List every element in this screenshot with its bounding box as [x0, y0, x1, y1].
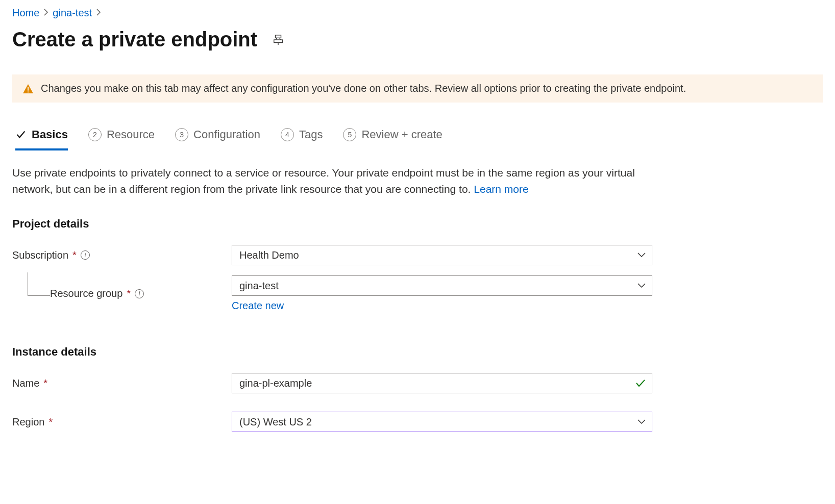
- learn-more-link[interactable]: Learn more: [474, 183, 528, 195]
- svg-rect-1: [274, 40, 283, 43]
- subscription-value: Health Demo: [239, 249, 299, 261]
- required-indicator: *: [48, 416, 53, 428]
- resource-group-select[interactable]: gina-test: [232, 275, 652, 296]
- warning-banner: Changes you make on this tab may affect …: [12, 74, 823, 103]
- tab-label: Review + create: [361, 128, 442, 141]
- description-text: Use private endpoints to privately conne…: [12, 165, 655, 197]
- tree-connector: [28, 272, 50, 296]
- page-title: Create a private endpoint: [12, 28, 257, 51]
- warning-icon: [22, 84, 34, 94]
- section-instance-details: Instance details: [12, 345, 823, 359]
- subscription-select[interactable]: Health Demo: [232, 245, 652, 265]
- tab-label: Basics: [32, 128, 68, 141]
- chevron-right-icon: [96, 9, 101, 18]
- chevron-down-icon: [637, 419, 646, 424]
- warning-text: Changes you make on this tab may affect …: [41, 83, 686, 94]
- chevron-right-icon: [43, 9, 48, 18]
- name-value: gina-pl-example: [239, 377, 312, 389]
- step-number: 5: [343, 128, 356, 141]
- tab-label: Tags: [299, 128, 323, 141]
- required-indicator: *: [43, 377, 47, 389]
- svg-rect-5: [28, 87, 29, 90]
- subscription-label: Subscription * i: [12, 249, 232, 261]
- region-label: Region *: [12, 416, 232, 428]
- breadcrumb: Home gina-test: [12, 5, 823, 28]
- check-icon: [635, 379, 646, 387]
- breadcrumb-gina-test[interactable]: gina-test: [53, 7, 92, 19]
- tab-label: Resource: [107, 128, 155, 141]
- tab-tags[interactable]: 4 Tags: [281, 128, 323, 150]
- info-icon[interactable]: i: [135, 289, 144, 298]
- info-icon[interactable]: i: [81, 250, 90, 260]
- name-input[interactable]: gina-pl-example: [232, 373, 652, 393]
- svg-rect-0: [276, 35, 281, 38]
- tab-review-create[interactable]: 5 Review + create: [343, 128, 442, 150]
- tab-resource[interactable]: 2 Resource: [88, 128, 155, 150]
- step-number: 4: [281, 128, 294, 141]
- name-label: Name *: [12, 377, 232, 389]
- required-indicator: *: [72, 249, 77, 261]
- resource-group-value: gina-test: [239, 280, 279, 292]
- step-number: 2: [88, 128, 102, 141]
- required-indicator: *: [127, 288, 131, 299]
- resource-group-label: Resource group * i: [12, 288, 232, 299]
- chevron-down-icon: [637, 283, 646, 288]
- region-value: (US) West US 2: [239, 416, 312, 428]
- region-select[interactable]: (US) West US 2: [232, 412, 652, 432]
- breadcrumb-home[interactable]: Home: [12, 7, 39, 19]
- section-project-details: Project details: [12, 217, 823, 231]
- wizard-tabs: Basics 2 Resource 3 Configuration 4 Tags…: [12, 128, 823, 150]
- tab-basics[interactable]: Basics: [15, 128, 68, 150]
- tab-label: Configuration: [193, 128, 260, 141]
- chevron-down-icon: [637, 253, 646, 258]
- svg-rect-6: [28, 91, 29, 92]
- check-icon: [15, 129, 27, 140]
- tab-configuration[interactable]: 3 Configuration: [175, 128, 260, 150]
- step-number: 3: [175, 128, 188, 141]
- create-new-link[interactable]: Create new: [232, 300, 284, 312]
- pin-icon[interactable]: [273, 34, 284, 45]
